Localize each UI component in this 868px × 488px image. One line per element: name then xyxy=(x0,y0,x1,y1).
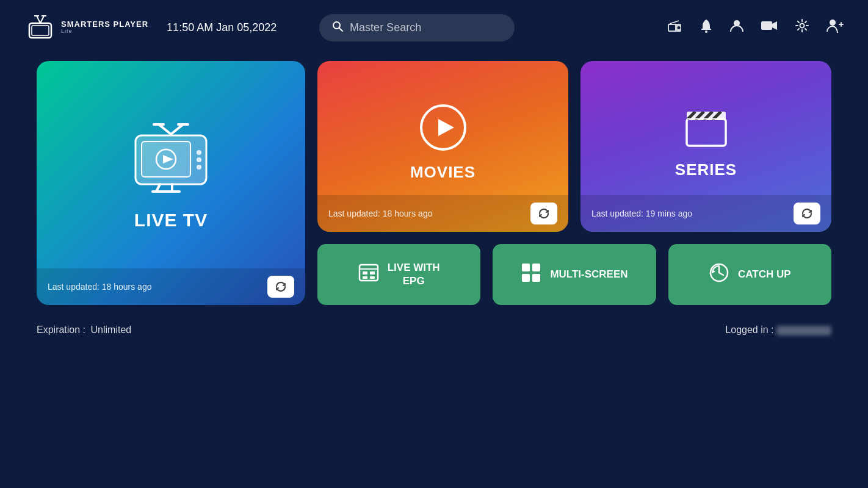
movies-update-text: Last updated: 18 hours ago xyxy=(328,209,432,218)
svg-point-28 xyxy=(197,150,201,155)
logo[interactable]: SMARTERS PLAYER Lite xyxy=(24,15,148,40)
main-content: LIVE TV Last updated: 18 hours ago xyxy=(0,55,868,317)
movies-card[interactable]: MOVIES Last updated: 18 hours ago xyxy=(317,61,568,232)
top-row: MOVIES Last updated: 18 hours ago xyxy=(317,61,831,232)
svg-rect-14 xyxy=(761,21,772,30)
multi-screen-label: MULTI-SCREEN xyxy=(550,268,627,281)
search-placeholder: Master Search xyxy=(350,21,421,34)
search-icon xyxy=(331,20,344,35)
movies-label: MOVIES xyxy=(410,163,476,182)
logged-in-label: Logged in : xyxy=(725,325,773,335)
svg-rect-47 xyxy=(370,271,375,274)
right-column: MOVIES Last updated: 18 hours ago xyxy=(317,61,831,305)
live-tv-update-text: Last updated: 18 hours ago xyxy=(48,282,151,292)
live-epg-label: LIVE WITHEPG xyxy=(388,261,440,288)
svg-rect-49 xyxy=(370,276,375,279)
catchup-icon xyxy=(709,262,729,287)
bottom-row: LIVE WITHEPG MULTI-SCREEN xyxy=(317,244,831,305)
svg-marker-35 xyxy=(438,119,454,136)
gear-icon[interactable] xyxy=(795,18,809,37)
series-refresh-button[interactable] xyxy=(794,203,820,224)
svg-point-12 xyxy=(705,30,707,33)
camera-icon[interactable] xyxy=(761,19,778,36)
live-tv-icon xyxy=(128,123,214,199)
live-tv-refresh-button[interactable] xyxy=(267,276,294,298)
footer: Expiration : Unlimited Logged in : xyxy=(0,317,868,343)
datetime-display: 11:50 AM Jan 05,2022 xyxy=(167,21,301,34)
svg-point-29 xyxy=(197,157,201,162)
svg-point-16 xyxy=(800,24,805,28)
movies-refresh-button[interactable] xyxy=(530,203,557,224)
series-update-text: Last updated: 19 mins ago xyxy=(591,209,692,218)
multi-screen-card[interactable]: MULTI-SCREEN xyxy=(493,244,656,305)
svg-rect-48 xyxy=(363,276,367,279)
radio-icon[interactable] xyxy=(667,19,682,36)
svg-rect-50 xyxy=(522,264,530,271)
cards-grid: LIVE TV Last updated: 18 hours ago xyxy=(37,61,831,305)
live-epg-card[interactable]: LIVE WITHEPG xyxy=(317,244,480,305)
live-tv-update-bar: Last updated: 18 hours ago xyxy=(37,268,305,305)
profile-icon[interactable] xyxy=(730,18,743,37)
svg-rect-36 xyxy=(687,119,726,146)
multiscreen-icon xyxy=(521,262,541,287)
svg-rect-44 xyxy=(360,265,378,281)
svg-marker-15 xyxy=(772,21,777,30)
bell-icon[interactable] xyxy=(700,18,713,37)
epg-icon xyxy=(358,262,379,287)
svg-point-30 xyxy=(197,165,201,170)
svg-line-1 xyxy=(37,16,40,23)
live-tv-card[interactable]: LIVE TV Last updated: 18 hours ago xyxy=(37,61,305,305)
svg-rect-46 xyxy=(363,271,367,274)
series-clapper-icon xyxy=(682,106,731,152)
svg-rect-52 xyxy=(522,274,530,282)
svg-line-11 xyxy=(670,21,679,24)
logo-icon xyxy=(24,15,56,40)
live-tv-label: LIVE TV xyxy=(134,210,208,231)
header: SMARTERS PLAYER Lite 11:50 AM Jan 05,202… xyxy=(0,0,868,55)
logo-text: SMARTERS PLAYER Lite xyxy=(61,20,148,35)
svg-rect-9 xyxy=(669,25,675,30)
series-label: SERIES xyxy=(675,160,737,179)
series-card[interactable]: SERIES Last updated: 19 mins ago xyxy=(580,61,831,232)
series-update-bar: Last updated: 19 mins ago xyxy=(580,195,831,232)
svg-rect-5 xyxy=(32,26,49,35)
svg-line-2 xyxy=(40,16,44,23)
header-icons xyxy=(667,18,844,37)
svg-line-7 xyxy=(339,28,342,31)
svg-marker-57 xyxy=(712,270,715,273)
catch-up-label: CATCH UP xyxy=(738,268,791,281)
logged-in-info: Logged in : xyxy=(725,325,831,336)
svg-rect-53 xyxy=(532,274,540,282)
svg-line-21 xyxy=(171,124,183,134)
svg-point-10 xyxy=(678,26,681,29)
catch-up-card[interactable]: CATCH UP xyxy=(668,244,831,305)
user-add-icon[interactable] xyxy=(826,18,844,37)
expiration-label: Expiration : Unlimited xyxy=(37,325,131,335)
expiration-info: Expiration : Unlimited xyxy=(37,325,131,336)
logged-in-value xyxy=(776,326,831,336)
svg-line-56 xyxy=(719,273,723,275)
svg-line-20 xyxy=(159,124,171,134)
svg-point-17 xyxy=(830,20,836,26)
movies-play-icon xyxy=(419,103,468,154)
search-bar[interactable]: Master Search xyxy=(319,14,515,41)
movies-update-bar: Last updated: 18 hours ago xyxy=(317,195,568,232)
svg-rect-51 xyxy=(532,264,540,271)
